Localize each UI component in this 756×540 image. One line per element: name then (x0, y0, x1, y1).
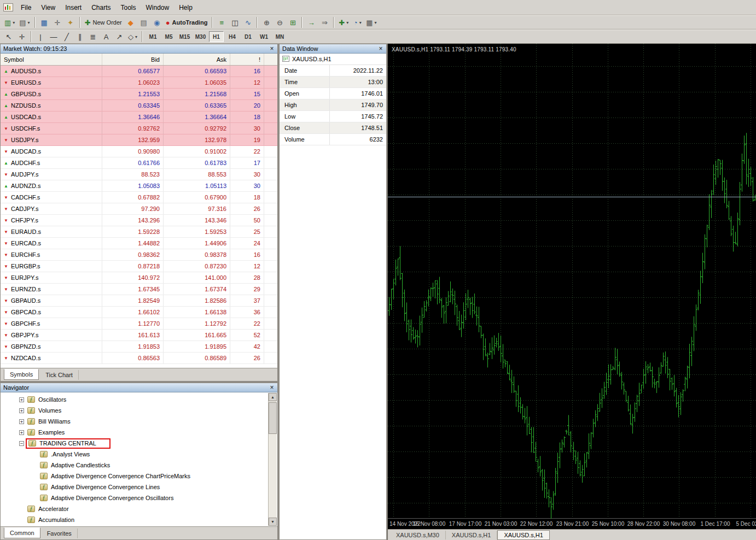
candlestick-chart-button[interactable]: ◫ (228, 16, 241, 28)
zoom-in-button[interactable]: ⊕ (260, 16, 273, 28)
market-watch-row[interactable]: ▼CADJPY.s97.29097.31626 (1, 203, 277, 215)
indicators-button[interactable]: ✚▾ (336, 16, 351, 28)
navigator-item[interactable]: ƒAccelerator (1, 503, 277, 514)
line-chart-button[interactable]: ∿ (241, 16, 254, 28)
print-button[interactable]: ▤ (137, 16, 150, 28)
data-window-close-icon[interactable]: × (377, 45, 385, 52)
market-watch-row[interactable]: ▲AUDCHF.s0.617660.6178317 (1, 157, 277, 169)
navigator-item[interactable]: ƒAdaptive Divergence Convergence Lines (1, 482, 277, 492)
scroll-up-icon[interactable]: ▲ (269, 393, 277, 401)
market-watch-row[interactable]: ▲NZDUSD.s0.633450.6336520 (1, 100, 277, 111)
auto-scroll-button[interactable]: → (305, 16, 318, 28)
dropdown-caret-icon[interactable]: ▾ (346, 20, 348, 25)
market-watch-row[interactable]: ▲AUDNZD.s1.050831.0511330 (1, 180, 277, 192)
menu-file[interactable]: File (16, 2, 36, 14)
timeframe-m1-button[interactable]: M1 (146, 31, 160, 42)
market-watch-row[interactable]: ▼EURGBP.s0.872180.8723012 (1, 261, 277, 272)
text-label-button[interactable]: A (100, 31, 113, 43)
menu-tools[interactable]: Tools (116, 2, 141, 14)
alert-button[interactable]: ◆ (124, 16, 137, 28)
dropdown-caret-icon[interactable]: ▾ (375, 20, 377, 25)
navigator-item[interactable]: ƒAdaptive Divergence Convergence ChartPr… (1, 471, 277, 482)
periods-button[interactable]: ◔▾ (351, 16, 364, 28)
navigator-item[interactable]: ƒ.Analyst Views (1, 449, 277, 460)
column-header-spread[interactable]: ! (230, 54, 264, 65)
menu-help[interactable]: Help (174, 2, 197, 14)
crosshair-button[interactable]: ✛ (15, 31, 28, 43)
dropdown-caret-icon[interactable]: ▾ (28, 20, 30, 25)
menu-insert[interactable]: Insert (60, 2, 86, 14)
market-watch-button[interactable]: ▦ (38, 16, 51, 28)
tab-symbols[interactable]: Symbols (4, 369, 39, 380)
menu-view[interactable]: View (36, 2, 60, 14)
scrollbar-thumb[interactable] (269, 402, 277, 434)
vertical-line-button[interactable]: | (34, 31, 47, 43)
tab-favorites[interactable]: Favorites (42, 529, 78, 538)
expand-icon[interactable]: + (19, 408, 24, 413)
market-watch-row[interactable]: ▼GBPJPY.s161.613161.66552 (1, 330, 277, 341)
timeframe-m15-button[interactable]: M15 (177, 31, 192, 42)
community-button[interactable]: ◉ (150, 16, 164, 28)
market-watch-row[interactable]: ▼AUDCAD.s0.909800.9100222 (1, 146, 277, 157)
column-header-symbol[interactable]: Symbol (1, 54, 102, 65)
navigator-titlebar[interactable]: Navigator × (1, 383, 277, 392)
market-watch-row[interactable]: ▼GBPCAD.s1.661021.6613836 (1, 307, 277, 318)
horizontal-line-button[interactable]: — (47, 31, 60, 43)
chart-tab[interactable]: XAUUSD.s,H1 (497, 530, 550, 540)
market-watch-row[interactable]: ▼EURCAD.s1.448821.4490624 (1, 238, 277, 249)
chart-tab[interactable]: XAUUSD.s,H1 (446, 531, 498, 539)
navigator-item[interactable]: ƒAccumulation (1, 514, 277, 525)
column-header-ask[interactable]: Ask (164, 54, 230, 65)
market-watch-row[interactable]: ▼EURCHF.s0.983620.9837816 (1, 249, 277, 261)
dropdown-caret-icon[interactable]: ▾ (13, 20, 15, 25)
market-watch-titlebar[interactable]: Market Watch: 09:15:23 × (1, 44, 277, 54)
timeframe-d1-button[interactable]: D1 (241, 31, 255, 42)
data-window-titlebar[interactable]: Data Window × (280, 44, 386, 54)
bar-chart-button[interactable]: ≡ (215, 16, 228, 28)
autotrading-button[interactable]: ●AutoTrading (164, 16, 210, 28)
expand-icon[interactable]: + (19, 430, 24, 435)
market-watch-row[interactable]: ▲USDCAD.s1.366461.3666418 (1, 111, 277, 123)
price-chart[interactable]: 14 Nov 202216 Nov 08:0017 Nov 17:0021 No… (388, 44, 756, 529)
navigator-item[interactable]: +ƒBill Williams (1, 416, 277, 427)
equidistant-channel-button[interactable]: ∥ (73, 31, 86, 43)
market-watch-row[interactable]: ▼GBPAUD.s1.825491.8258637 (1, 295, 277, 307)
market-watch-close-icon[interactable]: × (268, 45, 276, 52)
market-watch-row[interactable]: ▼GBPCHF.s1.127701.1279222 (1, 318, 277, 330)
tile-windows-button[interactable]: ⊞ (286, 16, 299, 28)
market-watch-row[interactable]: ▲AUDUSD.s0.665770.6659316 (1, 66, 277, 77)
chart-shift-button[interactable]: ⇒ (318, 16, 331, 28)
navigator-item[interactable]: −ƒTRADING CENTRAL (1, 438, 277, 449)
zoom-out-button[interactable]: ⊖ (273, 16, 286, 28)
market-watch-row[interactable]: ▼AUDJPY.s88.52388.55330 (1, 169, 277, 180)
dropdown-caret-icon[interactable]: ▾ (359, 20, 362, 25)
timeframe-mn-button[interactable]: MN (272, 31, 287, 42)
expand-icon[interactable]: + (19, 397, 24, 402)
expand-icon[interactable]: + (19, 419, 24, 424)
arrow-tool-button[interactable]: ↗ (113, 31, 126, 43)
timeframe-m5-button[interactable]: M5 (161, 31, 176, 42)
shapes-button[interactable]: ◇▾ (126, 31, 139, 43)
dropdown-caret-icon[interactable]: ▾ (135, 34, 137, 39)
market-watch-row[interactable]: ▼CADCHF.s0.678820.6790018 (1, 192, 277, 203)
navigator-item[interactable]: +ƒExamples (1, 427, 277, 438)
market-watch-row[interactable]: ▼EURUSD.s1.060231.0603512 (1, 77, 277, 89)
new-order-button[interactable]: ✚New Order (83, 16, 124, 28)
timeframe-h4-button[interactable]: H4 (225, 31, 240, 42)
navigator-close-icon[interactable]: × (268, 384, 276, 391)
fibonacci-retracement-button[interactable]: ≣ (86, 31, 100, 43)
templates-button[interactable]: ▦▾ (364, 16, 379, 28)
navigator-item[interactable]: +ƒOscillators (1, 394, 277, 405)
new-chart-button[interactable]: ▥▾ (2, 16, 17, 28)
profiles-button[interactable]: ▤▾ (17, 16, 32, 28)
navigator-item[interactable]: +ƒVolumes (1, 405, 277, 416)
market-watch-row[interactable]: ▼GBPNZD.s1.918531.9189542 (1, 341, 277, 353)
navigator-scrollbar[interactable]: ▲ ▼ (268, 393, 277, 526)
column-header-bid[interactable]: Bid (102, 54, 164, 65)
cursor-button[interactable]: ↖ (2, 31, 15, 43)
tab-common[interactable]: Common (4, 527, 40, 538)
navigator-item[interactable]: ƒAdaptive Candlesticks (1, 460, 277, 471)
market-watch-row[interactable]: ▼EURJPY.s140.972141.00028 (1, 272, 277, 284)
collapse-icon[interactable]: − (19, 441, 24, 446)
timeframe-w1-button[interactable]: W1 (257, 31, 271, 42)
